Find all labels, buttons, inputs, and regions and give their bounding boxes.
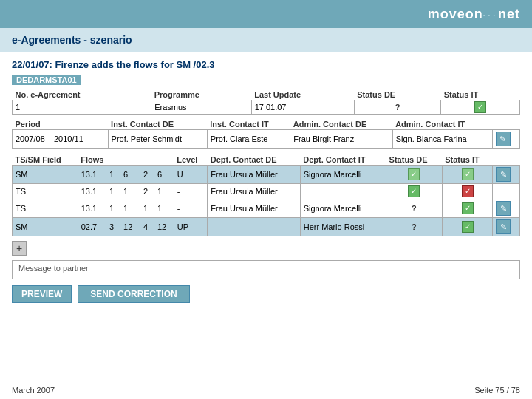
row1-f5: 6	[154, 166, 174, 184]
row3-f2: 1	[106, 200, 120, 218]
row4-status-it: ✓	[442, 218, 493, 236]
row2-f2: 1	[106, 184, 120, 200]
footer: March 2007 Seite 75 / 78	[12, 386, 520, 395]
agreement-last-update: 17.01.07	[251, 100, 354, 115]
col-period: Period	[13, 119, 109, 130]
row2-type: TS	[13, 184, 78, 200]
contact-admin-it: Sign. Bianca Farina	[392, 130, 492, 149]
col-status-de: Status DE	[354, 89, 441, 100]
row3-f3: 1	[120, 200, 140, 218]
header-bar: moveon···net	[0, 0, 532, 28]
status-green-icon: ✓	[462, 221, 474, 233]
col-dept-contact-de: Dept. Contact DE	[208, 154, 300, 166]
status-green-icon: ✓	[462, 202, 474, 214]
row4-f1: 02.7	[78, 218, 106, 236]
col-status-de-main: Status DE	[386, 154, 443, 166]
table-row: SM 13.1 1 6 2 6 U Frau Ursula Müller Sig…	[13, 166, 520, 184]
row3-edit-cell: ✎	[493, 200, 520, 218]
row3-status-it: ✓	[442, 200, 493, 218]
row1-f3: 6	[120, 166, 140, 184]
col-flows: Flows	[78, 154, 174, 166]
row4-f3: 12	[120, 218, 140, 236]
row3-edit-button[interactable]: ✎	[496, 201, 511, 216]
add-row-button[interactable]: +	[12, 241, 27, 256]
row2-level: -	[174, 184, 208, 200]
button-row: PREVIEW SEND CORRECTION	[12, 285, 520, 303]
col-inst-contact-it: Inst. Contact IT	[207, 119, 290, 130]
status-red-icon: ✓	[462, 185, 474, 197]
col-status-it-main: Status IT	[442, 154, 493, 166]
row4-level: UP	[174, 218, 208, 236]
contact-inst-de: Prof. Peter Schmidt	[108, 130, 207, 149]
agreement-programme: Erasmus	[151, 100, 251, 115]
status-green-icon: ✓	[408, 168, 420, 180]
col-dept-contact-it: Dept. Contact IT	[300, 154, 386, 166]
message-label: Message to partner	[18, 264, 89, 273]
row1-edit-button[interactable]: ✎	[496, 167, 511, 182]
row2-status-de: ✓	[386, 184, 443, 200]
row3-status-de: ?	[386, 200, 443, 218]
footer-page: Seite 75 / 78	[474, 386, 520, 395]
col-level: Level	[174, 154, 208, 166]
row4-edit-cell: ✎	[493, 218, 520, 236]
row2-f4: 2	[140, 184, 154, 200]
row1-level: U	[174, 166, 208, 184]
table-row: SM 02.7 3 12 4 12 UP Herr Mario Rossi ? …	[13, 218, 520, 236]
footer-date: March 2007	[12, 386, 55, 395]
contact-inst-it: Prof. Ciara Este	[207, 130, 290, 149]
row2-edit-cell	[493, 184, 520, 200]
col-inst-contact-de: Inst. Contact DE	[108, 119, 207, 130]
contact-period: 2007/08 – 2010/11	[13, 130, 109, 149]
agreement-status-it: ✓	[441, 100, 520, 115]
agreement-no: 1	[13, 100, 151, 115]
row3-dept-de: Frau Ursula Müller	[208, 200, 300, 218]
col-programme: Programme	[151, 89, 251, 100]
row3-f1: 13.1	[78, 200, 106, 218]
contact-edit-cell: ✎	[492, 130, 519, 149]
logo: moveon···net	[428, 7, 520, 22]
row3-f5: 1	[154, 200, 174, 218]
row1-dept-de: Frau Ursula Müller	[208, 166, 300, 184]
row4-f4: 4	[140, 218, 154, 236]
row3-type: TS	[13, 200, 78, 218]
col-last-update: Last Update	[251, 89, 354, 100]
row1-f2: 1	[106, 166, 120, 184]
col-admin-contact-de: Admin. Contact DE	[290, 119, 392, 130]
row2-f1: 13.1	[78, 184, 106, 200]
row4-edit-button[interactable]: ✎	[496, 219, 511, 234]
row4-f2: 3	[106, 218, 120, 236]
content-area: 22/01/07: Firenze adds the flows for SM …	[0, 52, 532, 316]
row3-f4: 1	[140, 200, 154, 218]
row4-f5: 12	[154, 218, 174, 236]
send-correction-button[interactable]: SEND CORRECTION	[78, 285, 189, 303]
preview-button[interactable]: PREVIEW	[12, 285, 72, 303]
page-title-bar: e-Agreements - szenario	[0, 28, 532, 52]
table-row: TS 13.1 1 1 2 1 - Frau Ursula Müller ✓ ✓	[13, 184, 520, 200]
row1-edit-cell: ✎	[493, 166, 520, 184]
message-to-partner-box: Message to partner	[12, 260, 520, 279]
row2-dept-it	[300, 184, 386, 200]
logo-dots: ···	[483, 12, 498, 20]
row4-dept-it: Herr Mario Rossi	[300, 218, 386, 236]
row1-status-de: ✓	[386, 166, 443, 184]
col-admin-contact-it: Admin. Contact IT	[392, 119, 492, 130]
col-edit-main	[493, 154, 520, 166]
row1-dept-it: Signora Marcelli	[300, 166, 386, 184]
main-data-table: TS/SM Field Flows Level Dept. Contact DE…	[12, 154, 520, 236]
row1-f1: 13.1	[78, 166, 106, 184]
row4-dept-de	[208, 218, 300, 236]
row2-f3: 1	[120, 184, 140, 200]
agreement-status-de: ?	[354, 100, 441, 115]
row2-status-it: ✓	[442, 184, 493, 200]
row2-f5: 1	[154, 184, 174, 200]
contact-info-table: Period Inst. Contact DE Inst. Contact IT…	[12, 119, 520, 149]
row1-type: SM	[13, 166, 78, 184]
status-green-icon: ✓	[408, 185, 420, 197]
col-ts-sm: TS/SM Field	[13, 154, 78, 166]
row3-dept-it: Signora Marcelli	[300, 200, 386, 218]
agreement-info-table: No. e-Agreement Programme Last Update St…	[12, 89, 520, 115]
col-status-it: Status IT	[441, 89, 520, 100]
contact-edit-button[interactable]: ✎	[496, 132, 511, 146]
status-it-check-icon: ✓	[474, 101, 486, 113]
agreement-id: DEDARMSTA01	[12, 75, 81, 85]
